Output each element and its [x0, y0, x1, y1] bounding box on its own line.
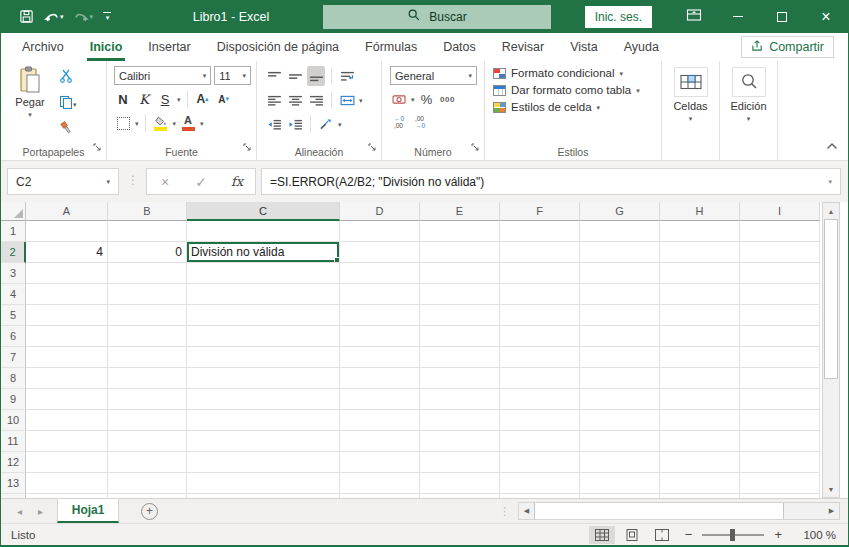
cell-D8[interactable] [340, 368, 420, 389]
cell-D1[interactable] [340, 221, 420, 242]
row-header-9[interactable]: 9 [1, 389, 26, 410]
page-break-view-button[interactable] [649, 526, 675, 544]
cell-H4[interactable] [660, 284, 740, 305]
zoom-slider-thumb[interactable] [730, 529, 735, 541]
undo-button[interactable]: ▾ [40, 4, 68, 30]
cell-G5[interactable] [580, 305, 660, 326]
zoom-slider[interactable] [702, 534, 764, 536]
row-header-5[interactable]: 5 [1, 305, 26, 326]
copy-button[interactable]: ▾ [59, 94, 77, 114]
cell-I3[interactable] [740, 263, 820, 284]
align-top-button[interactable] [265, 66, 283, 86]
numero-dialog-launcher-icon[interactable] [471, 138, 480, 156]
align-center-button[interactable] [286, 90, 304, 110]
column-header-B[interactable]: B [108, 202, 187, 221]
fuente-dialog-launcher-icon[interactable] [243, 138, 252, 156]
close-button[interactable]: × [804, 0, 848, 33]
increase-indent-button[interactable] [286, 114, 304, 134]
number-format-combobox[interactable]: General▾ [390, 66, 477, 85]
percent-style-button[interactable]: % [418, 89, 436, 109]
normal-view-button[interactable] [589, 526, 615, 544]
cell-C1[interactable] [187, 221, 340, 242]
cell-E10[interactable] [420, 410, 500, 431]
scroll-right-icon[interactable]: ▶ [824, 503, 839, 519]
column-header-F[interactable]: F [500, 202, 580, 221]
cell-I7[interactable] [740, 347, 820, 368]
search-box[interactable]: Buscar [323, 5, 551, 29]
format-painter-button[interactable] [59, 120, 77, 140]
cut-button[interactable] [59, 68, 77, 88]
paste-dropdown-icon[interactable]: ▾ [28, 111, 32, 118]
maximize-button[interactable] [760, 0, 804, 33]
cell-C4[interactable] [187, 284, 340, 305]
cell-A8[interactable] [26, 368, 108, 389]
horizontal-scrollbar[interactable]: ◀ ▶ [518, 502, 840, 520]
cell-I1[interactable] [740, 221, 820, 242]
row-header-3[interactable]: 3 [1, 263, 26, 284]
zoom-out-button[interactable]: − [679, 527, 699, 542]
cell-I12[interactable] [740, 452, 820, 473]
share-button[interactable]: Compartir [741, 36, 834, 58]
save-button[interactable] [15, 4, 38, 30]
vertical-scrollbar[interactable]: ▲ ▼ [822, 202, 840, 498]
comma-style-button[interactable]: 000 [439, 89, 457, 109]
cell-I11[interactable] [740, 431, 820, 452]
tab-ayuda[interactable]: Ayuda [611, 33, 672, 61]
cell-B3[interactable] [108, 263, 187, 284]
tab-archivo[interactable]: Archivo [9, 33, 77, 61]
zoom-level[interactable]: 100 % [792, 529, 836, 541]
increase-font-button[interactable]: A▴ [194, 89, 212, 109]
cell-H8[interactable] [660, 368, 740, 389]
ribbon-display-options-button[interactable] [672, 0, 716, 33]
cell-D4[interactable] [340, 284, 420, 305]
sheet-bar-resize-dots[interactable]: ⋮ [499, 499, 510, 523]
cell-E2[interactable] [420, 242, 500, 263]
cell-D9[interactable] [340, 389, 420, 410]
cell-E8[interactable] [420, 368, 500, 389]
cell-F12[interactable] [500, 452, 580, 473]
fill-color-button[interactable] [152, 113, 170, 133]
cell-G11[interactable] [580, 431, 660, 452]
cell-C10[interactable] [187, 410, 340, 431]
cell-A5[interactable] [26, 305, 108, 326]
row-header-11[interactable]: 11 [1, 431, 26, 452]
cell-E1[interactable] [420, 221, 500, 242]
cell-A2[interactable]: 4 [26, 242, 108, 263]
increase-decimal-button[interactable]: ←0,00 [390, 113, 408, 133]
row-header-12[interactable]: 12 [1, 452, 26, 473]
column-header-H[interactable]: H [660, 202, 740, 221]
cell-B5[interactable] [108, 305, 187, 326]
cell-E13[interactable] [420, 473, 500, 494]
cell-A12[interactable] [26, 452, 108, 473]
row-header-2[interactable]: 2 [1, 242, 26, 263]
cell-G2[interactable] [580, 242, 660, 263]
column-header-D[interactable]: D [340, 202, 420, 221]
cell-C5[interactable] [187, 305, 340, 326]
cell-G7[interactable] [580, 347, 660, 368]
cell-C6[interactable] [187, 326, 340, 347]
italic-button[interactable]: K [135, 89, 153, 109]
cell-H7[interactable] [660, 347, 740, 368]
wrap-text-button[interactable] [338, 66, 356, 86]
cell-D2[interactable] [340, 242, 420, 263]
cell-F3[interactable] [500, 263, 580, 284]
cell-H6[interactable] [660, 326, 740, 347]
cell-B6[interactable] [108, 326, 187, 347]
cell-G13[interactable] [580, 473, 660, 494]
cell-G8[interactable] [580, 368, 660, 389]
tab-revisar[interactable]: Revisar [489, 33, 557, 61]
cell-E4[interactable] [420, 284, 500, 305]
align-left-button[interactable] [265, 90, 283, 110]
cell-F8[interactable] [500, 368, 580, 389]
cell-E6[interactable] [420, 326, 500, 347]
cell-G9[interactable] [580, 389, 660, 410]
align-middle-button[interactable] [286, 66, 304, 86]
fill-handle[interactable] [334, 257, 340, 263]
accounting-format-button[interactable] [390, 89, 408, 109]
undo-dropdown-icon[interactable]: ▾ [60, 13, 64, 20]
cell-H2[interactable] [660, 242, 740, 263]
customize-qat-button[interactable]: ▾ [99, 4, 115, 30]
cell-F9[interactable] [500, 389, 580, 410]
cell-F6[interactable] [500, 326, 580, 347]
cell-H1[interactable] [660, 221, 740, 242]
